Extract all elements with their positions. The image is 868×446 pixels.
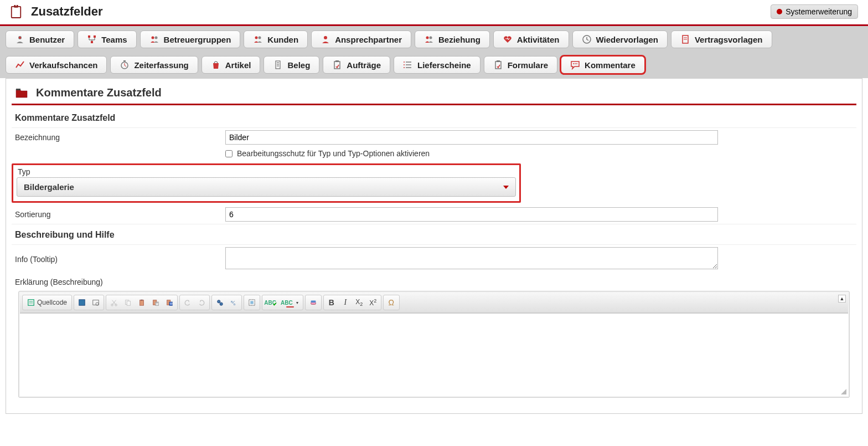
svg-rect-26 [335,60,339,62]
svg-point-35 [573,63,574,64]
redo-button[interactable] [195,296,208,309]
timer-icon [120,60,130,70]
svg-point-30 [404,61,405,63]
special-char-button[interactable]: Ω [385,296,398,309]
paste-text-button[interactable]: T [149,296,162,309]
bag-icon [211,60,221,70]
tab-lieferscheine[interactable]: Lieferscheine [394,56,480,74]
svg-rect-0 [12,7,21,18]
tab-verkaufschancen[interactable]: Verkaufschancen [6,56,107,74]
tab-label: Zeiterfassung [134,60,188,70]
chart-icon [15,60,25,70]
tab-zeiterfassung[interactable]: Zeiterfassung [110,56,198,74]
clip-icon [332,60,342,70]
svg-rect-42 [79,300,85,306]
section-title-text: Kommentare Zusatzfeld [36,86,162,99]
tab-wiedervorlagen[interactable]: Wiedervorlagen [572,30,668,48]
chevron-down-icon [503,186,509,189]
svg-rect-65 [311,301,316,303]
section-title: Kommentare Zusatzfeld [12,82,856,105]
row-bezeichnung: Bezeichnung [12,127,856,147]
tab-beleg[interactable]: Beleg [264,56,319,74]
list-icon [403,60,413,70]
paste-button[interactable] [135,296,148,309]
tab-betreuergruppen[interactable]: Betreuergruppen [140,30,241,48]
select-all-button[interactable] [245,296,259,309]
tab-ansprechpartner[interactable]: Ansprechpartner [311,30,411,48]
find-button[interactable] [213,296,226,309]
doc-icon [680,34,690,44]
system-extension-button[interactable]: Systemerweiterung [771,4,858,19]
svg-point-10 [255,37,258,39]
copy-button[interactable] [121,296,135,309]
svg-rect-34 [497,60,500,62]
tab-label: Beleg [287,60,310,70]
label-bezeichnung: Bezeichnung [15,131,225,144]
tab-teams[interactable]: Teams [78,30,136,48]
svg-text:a: a [231,299,233,303]
svg-point-11 [259,37,261,39]
textarea-info[interactable] [225,247,718,269]
collapse-toolbar-button[interactable]: ▲ [838,295,846,303]
undo-button[interactable] [181,296,194,309]
checkbox-edit-protect[interactable] [225,150,232,157]
tab-label: Aktivitäten [517,35,560,44]
svg-point-14 [430,37,432,39]
svg-rect-63 [250,301,253,304]
tab-label: Vertragsvorlagen [695,35,763,44]
tab-aktivit-ten[interactable]: Aktivitäten [493,30,569,48]
group-icon [253,34,263,44]
svg-point-2 [16,5,17,6]
bold-button[interactable]: B [325,296,338,309]
input-sortierung[interactable] [225,207,718,222]
remove-format-button[interactable] [307,296,320,309]
maximize-button[interactable] [75,296,89,309]
editor-canvas[interactable] [20,313,848,396]
tab-vertragsvorlagen[interactable]: Vertragsvorlagen [671,30,772,48]
source-button-label: Quellcode [37,299,67,306]
paste-word-button[interactable]: W [163,296,176,309]
tab-beziehung[interactable]: Beziehung [415,30,490,48]
svg-text:W: W [170,302,173,305]
subscript-button[interactable]: X2 [353,296,366,309]
label-sortierung: Sortierung [15,208,225,221]
page-header: Zusatzfelder Systemerweiterung [0,0,868,24]
label-info: Info (Tooltip) [15,253,225,266]
preview-button[interactable] [89,296,102,309]
source-button[interactable]: Quellcode [24,296,70,309]
resize-handle[interactable] [839,387,847,395]
svg-rect-20 [123,60,126,61]
select-typ[interactable]: Bildergalerie [17,177,516,197]
svg-rect-50 [141,300,143,301]
subheader-help: Beschreibung und Hilfe [12,224,856,244]
svg-rect-38 [16,89,20,90]
folder-icon [15,88,28,99]
target-icon [777,9,782,14]
system-extension-label: Systemerweiterung [786,7,852,16]
row-erkl: Erklärung (Beschreibung) ▲ Quellcode [12,273,856,402]
tab-row-2: VerkaufschancenZeiterfassungArtikelBeleg… [6,56,645,74]
spellcheck-toggle-button[interactable]: ABC▾ [277,296,302,309]
tab-auftr-ge[interactable]: Aufträge [323,56,390,74]
tab-label: Betreuergruppen [164,35,231,44]
tab-kunden[interactable]: Kunden [244,30,308,48]
tab-formulare[interactable]: Formulare [484,56,557,74]
person-red-icon [321,34,330,44]
cut-button[interactable] [107,296,121,309]
spellcheck-on-button[interactable]: ABC✔ [264,296,277,309]
tab-kommentare[interactable]: Kommentare [561,56,645,74]
replace-button[interactable]: ab [227,296,240,309]
superscript-button[interactable]: X2 [366,296,380,309]
subheader: Kommentare Zusatzfeld [12,107,856,127]
tab-artikel[interactable]: Artikel [202,56,261,74]
label-typ: Typ [18,167,516,176]
tab-benutzer[interactable]: Benutzer [6,30,74,48]
svg-point-37 [576,63,577,64]
svg-text:b: b [234,302,236,306]
group-icon [424,34,434,44]
input-bezeichnung[interactable] [225,130,718,145]
tab-label: Kommentare [585,60,636,70]
tab-label: Teams [101,35,127,44]
italic-button[interactable]: I [339,296,352,309]
svg-rect-6 [94,35,96,38]
